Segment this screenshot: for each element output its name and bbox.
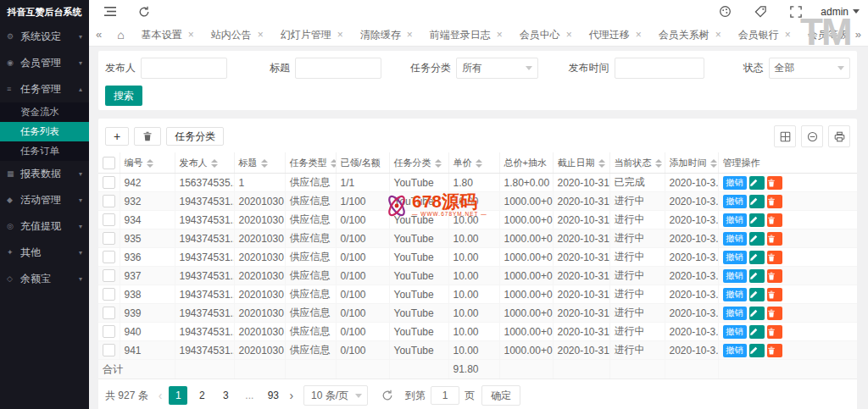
tab-slideshow-management[interactable]: 幻灯片管理× (272, 23, 352, 47)
sidebar-item-others[interactable]: ✦其他▾ (0, 240, 89, 266)
page-button[interactable]: 2 (192, 386, 211, 405)
column-header-publisher[interactable]: 发布人 (175, 152, 234, 174)
sort-icon[interactable] (476, 159, 482, 168)
column-header-price[interactable]: 单价 (448, 152, 499, 174)
delete-button[interactable] (767, 251, 782, 264)
tab-site-notice[interactable]: 站内公告× (203, 23, 272, 47)
sidebar-item-recharge-withdraw[interactable]: ◎充值提现▾ (0, 213, 89, 240)
revoke-button[interactable]: 撤销 (723, 195, 747, 208)
delete-button[interactable] (767, 213, 782, 227)
tab-member-center[interactable]: 会员中心× (511, 23, 581, 47)
revoke-button[interactable]: 撤销 (723, 325, 747, 339)
tab-member-bank[interactable]: 会员银行× (730, 23, 799, 47)
add-button[interactable]: + (105, 127, 129, 146)
sort-icon[interactable] (211, 159, 218, 168)
status-filter-select[interactable]: 全部 (769, 58, 851, 79)
print-icon[interactable] (828, 125, 850, 147)
revoke-button[interactable]: 撤销 (723, 251, 747, 264)
row-checkbox[interactable] (103, 344, 115, 356)
row-checkbox[interactable] (103, 269, 115, 282)
row-checkbox[interactable] (103, 325, 115, 338)
close-icon[interactable]: × (337, 30, 343, 40)
sidebar-subitem-task-orders[interactable]: 任务订单 (0, 141, 89, 161)
sidebar-item-system-settings[interactable]: ⚙系统设定▾ (0, 24, 89, 50)
tab-member-tree[interactable]: 会员关系树× (650, 23, 730, 47)
sort-icon[interactable] (435, 159, 442, 168)
title-filter-input[interactable] (295, 58, 381, 79)
close-icon[interactable]: × (566, 30, 572, 40)
sidebar-item-report-data[interactable]: ▦报表数据▾ (0, 161, 89, 187)
time-filter-input[interactable] (615, 58, 704, 79)
page-button[interactable]: 93 (264, 386, 282, 405)
row-checkbox[interactable] (103, 176, 115, 189)
delete-button[interactable] (767, 325, 782, 339)
close-icon[interactable]: × (636, 30, 642, 40)
tab-clear-cache[interactable]: 清除缓存× (352, 23, 421, 47)
tab-basic-settings[interactable]: 基本设置× (133, 23, 203, 47)
revoke-button[interactable]: 撤销 (723, 213, 747, 227)
tab-agent-migration[interactable]: 代理迁移× (581, 23, 650, 47)
export-icon[interactable] (801, 125, 823, 147)
edit-button[interactable] (749, 307, 765, 320)
sidebar-item-yuebao[interactable]: ◇余额宝▾ (0, 266, 89, 292)
search-button[interactable]: 搜索 (105, 86, 142, 106)
edit-button[interactable] (749, 325, 765, 339)
delete-button[interactable] (767, 307, 782, 320)
refresh-icon[interactable] (136, 4, 152, 19)
column-header-added[interactable]: 添加时间 (665, 152, 718, 174)
delete-button[interactable] (767, 176, 782, 190)
prev-page-icon[interactable]: ‹ (159, 389, 163, 402)
revoke-button[interactable]: 撤销 (723, 344, 747, 357)
select-all-checkbox[interactable] (103, 157, 115, 169)
menu-collapse-icon[interactable] (103, 4, 118, 19)
publisher-filter-input[interactable] (141, 58, 227, 79)
edit-button[interactable] (749, 344, 765, 357)
edit-button[interactable] (749, 232, 765, 246)
close-icon[interactable]: × (188, 30, 194, 40)
next-page-icon[interactable]: › (289, 389, 293, 402)
close-icon[interactable]: × (258, 30, 264, 40)
sidebar-item-activity-management[interactable]: ◆活动管理▾ (0, 187, 89, 213)
delete-button[interactable] (767, 232, 782, 246)
user-menu[interactable]: admin (821, 6, 860, 18)
confirm-button[interactable]: 确定 (481, 385, 520, 406)
sort-icon[interactable] (331, 159, 337, 168)
delete-button[interactable] (767, 195, 782, 208)
delete-button[interactable] (767, 269, 782, 283)
close-icon[interactable]: × (407, 30, 413, 40)
page-button[interactable]: 3 (216, 386, 235, 405)
delete-selected-button[interactable] (134, 127, 161, 146)
edit-button[interactable] (749, 251, 765, 264)
sort-icon[interactable] (655, 159, 662, 168)
sort-icon[interactable] (598, 159, 605, 168)
columns-icon[interactable] (774, 125, 796, 147)
edit-button[interactable] (749, 213, 765, 227)
row-checkbox[interactable] (103, 307, 115, 319)
sort-icon[interactable] (261, 159, 268, 168)
row-checkbox[interactable] (103, 288, 115, 301)
fullscreen-icon[interactable] (788, 4, 804, 19)
close-icon[interactable]: × (715, 30, 721, 40)
column-header-type[interactable]: 任务类型 (285, 152, 336, 174)
revoke-button[interactable]: 撤销 (723, 176, 747, 190)
task-category-button[interactable]: 任务分类 (166, 127, 224, 146)
sort-icon[interactable] (147, 159, 153, 168)
tab-member-level[interactable]: 会员等级× (799, 23, 849, 47)
revoke-button[interactable]: 撤销 (723, 307, 747, 320)
tabs-scroll-left-icon[interactable]: « (89, 28, 108, 41)
table-refresh-icon[interactable] (380, 388, 395, 403)
row-checkbox[interactable] (103, 213, 115, 226)
sort-icon[interactable] (710, 159, 717, 168)
edit-button[interactable] (749, 269, 765, 283)
column-header-id[interactable]: 编号 (120, 152, 175, 174)
column-header-category[interactable]: 任务分类 (389, 152, 448, 174)
category-filter-select[interactable]: 所有 (456, 58, 538, 79)
home-icon[interactable]: ⌂ (108, 28, 132, 41)
sidebar-item-member-management[interactable]: ◉会员管理▾ (0, 50, 89, 76)
sidebar-subitem-task-list[interactable]: 任务列表 (0, 122, 89, 141)
sidebar-item-task-management[interactable]: ≡任务管理▴ (0, 76, 89, 102)
revoke-button[interactable]: 撤销 (723, 288, 747, 301)
row-checkbox[interactable] (103, 232, 115, 245)
column-header-deadline[interactable]: 截止日期 (553, 152, 609, 174)
edit-button[interactable] (749, 288, 765, 301)
